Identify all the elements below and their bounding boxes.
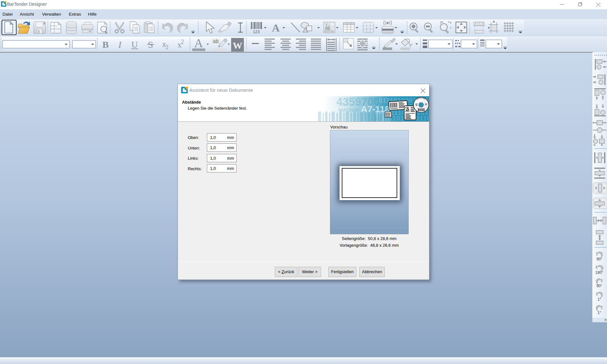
svg-text:W: W — [233, 40, 242, 51]
svg-text:2: 2 — [181, 39, 184, 45]
svg-text:A: A — [194, 36, 203, 50]
svg-text:ab: ab — [213, 39, 219, 44]
svg-text:1°: 1° — [597, 297, 601, 302]
svg-text:A: A — [272, 22, 280, 34]
svg-text:90°: 90° — [596, 284, 602, 288]
svg-text:U: U — [131, 40, 138, 49]
svg-text:90°: 90° — [596, 257, 602, 261]
svg-text:B: B — [102, 39, 109, 50]
svg-text:2: 2 — [166, 44, 169, 50]
svg-text:123: 123 — [253, 29, 260, 34]
svg-text:180°: 180° — [596, 270, 603, 275]
svg-text:I: I — [118, 39, 122, 50]
svg-text:1°: 1° — [597, 310, 601, 315]
